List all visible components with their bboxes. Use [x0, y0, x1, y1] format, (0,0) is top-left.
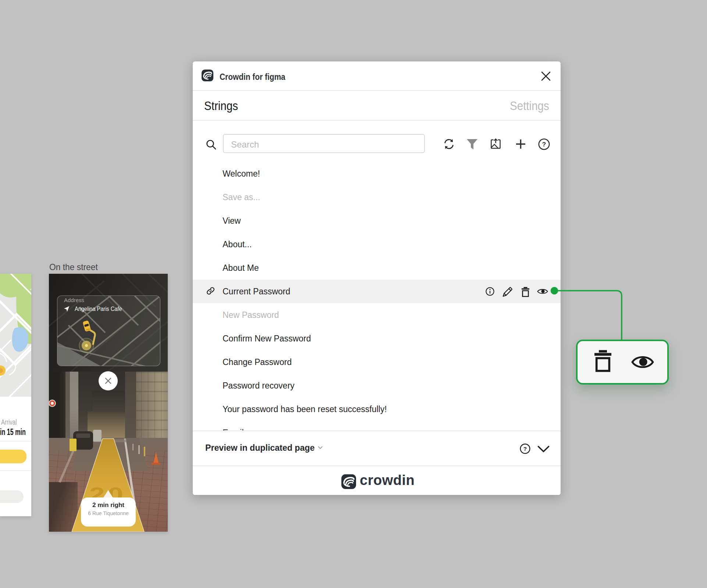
svg-text:?: ? — [523, 446, 527, 452]
svg-text:?: ? — [542, 141, 546, 148]
